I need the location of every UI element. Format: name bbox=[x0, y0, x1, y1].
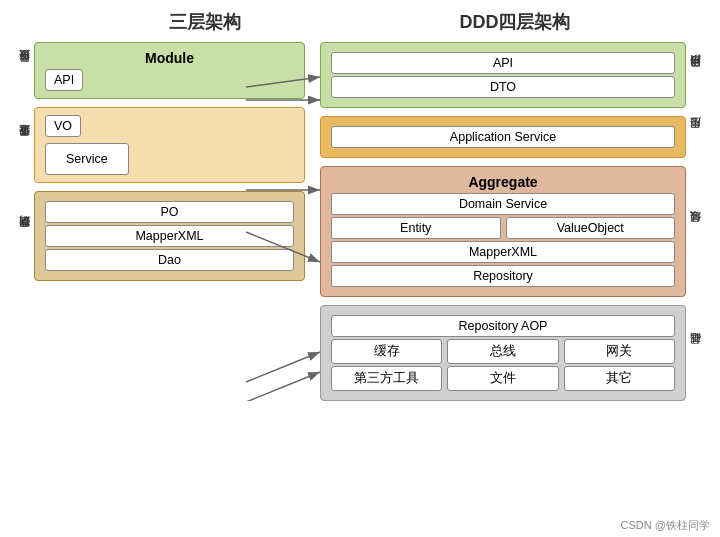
mapper-xml-box: MapperXML bbox=[331, 241, 675, 263]
mapper-box-left: MapperXML bbox=[45, 225, 294, 247]
api-box-right: API bbox=[331, 52, 675, 74]
left-layer3: 数据访问层 PO MapperXML Dao bbox=[15, 191, 305, 281]
left-label3: 数据访问层 bbox=[15, 191, 34, 281]
main-container: 三层架构 DDD四层架构 bbox=[0, 0, 720, 537]
col-left: 业务接口层 Module API 业务逻辑层 VO Service bbox=[15, 42, 305, 401]
left-box1: Module API bbox=[34, 42, 305, 99]
right-box4: Repository AOP 缓存 总线 网关 第三方工具 文件 其它 bbox=[320, 305, 686, 401]
right-box3: Aggregate Domain Service Entity ValueObj… bbox=[320, 166, 686, 297]
po-box: PO bbox=[45, 201, 294, 223]
repo-aop-box: Repository AOP bbox=[331, 315, 675, 337]
vo-box: VO bbox=[45, 115, 81, 137]
left-box2: VO Service bbox=[34, 107, 305, 183]
value-object-box: ValueObject bbox=[506, 217, 676, 239]
left-label2: 业务逻辑层 bbox=[15, 107, 34, 183]
gateway-box: 网关 bbox=[564, 339, 675, 364]
right-layer1: API DTO 用户接口层 bbox=[320, 42, 705, 108]
title-left: 三层架构 bbox=[50, 10, 360, 34]
cache-box: 缓存 bbox=[331, 339, 442, 364]
left-label1: 业务接口层 bbox=[15, 42, 34, 99]
title-right: DDD四层架构 bbox=[360, 10, 670, 34]
repository-box: Repository bbox=[331, 265, 675, 287]
dto-box: DTO bbox=[331, 76, 675, 98]
title-row: 三层架构 DDD四层架构 bbox=[10, 10, 710, 34]
infra-row1: 缓存 总线 网关 bbox=[331, 339, 675, 364]
bus-box: 总线 bbox=[447, 339, 558, 364]
left-layer1: 业务接口层 Module API bbox=[15, 42, 305, 99]
domain-service-box: Domain Service bbox=[331, 193, 675, 215]
right-label1: 用户接口层 bbox=[686, 42, 705, 108]
right-label4: 基础层 bbox=[686, 305, 705, 401]
module-title: Module bbox=[45, 50, 294, 66]
infra-row2: 第三方工具 文件 其它 bbox=[331, 366, 675, 391]
right-label2: 应用层 bbox=[686, 116, 705, 158]
thirdparty-box: 第三方工具 bbox=[331, 366, 442, 391]
col-right: API DTO 用户接口层 Application Service 应用层 Ag… bbox=[320, 42, 705, 401]
right-layer2: Application Service 应用层 bbox=[320, 116, 705, 158]
aggregate-title: Aggregate bbox=[331, 174, 675, 190]
file-box: 文件 bbox=[447, 366, 558, 391]
left-layer2: 业务逻辑层 VO Service bbox=[15, 107, 305, 183]
watermark: CSDN @铁柱同学 bbox=[621, 518, 710, 533]
right-label3: 领域层 bbox=[686, 166, 705, 297]
entity-vo-row: Entity ValueObject bbox=[331, 217, 675, 239]
app-service-box: Application Service bbox=[331, 126, 675, 148]
full-layout: 业务接口层 Module API 业务逻辑层 VO Service bbox=[10, 42, 710, 401]
dao-box: Dao bbox=[45, 249, 294, 271]
right-layer3: Aggregate Domain Service Entity ValueObj… bbox=[320, 166, 705, 297]
api-box-left: API bbox=[45, 69, 83, 91]
left-box3: PO MapperXML Dao bbox=[34, 191, 305, 281]
right-layer4: Repository AOP 缓存 总线 网关 第三方工具 文件 其它 基础层 bbox=[320, 305, 705, 401]
other-box: 其它 bbox=[564, 366, 675, 391]
right-box1: API DTO bbox=[320, 42, 686, 108]
right-box2: Application Service bbox=[320, 116, 686, 158]
service-box: Service bbox=[45, 143, 129, 175]
entity-box: Entity bbox=[331, 217, 501, 239]
